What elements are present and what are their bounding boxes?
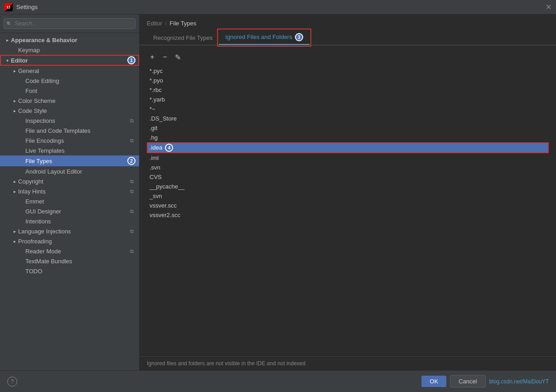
- sidebar-item-copyright[interactable]: Copyright⧉: [0, 176, 139, 186]
- sidebar-item-inlay-hints[interactable]: Inlay Hints⧉: [0, 186, 139, 196]
- file-item-10[interactable]: .iml: [147, 153, 549, 163]
- watermark: blog.csdn.net/MaiDouYT: [489, 378, 549, 385]
- search-bar: [0, 15, 139, 33]
- tree-arrow-editor: [4, 57, 11, 64]
- tree-arrow-language-injections: [11, 227, 18, 235]
- cancel-button[interactable]: Cancel: [450, 375, 485, 387]
- file-item-9[interactable]: .idea4: [147, 142, 549, 153]
- tree-label-file-code-templates: File and Code Templates: [25, 127, 135, 134]
- sidebar-item-emmet[interactable]: Emmet: [0, 196, 139, 206]
- status-text: Ignored files and folders are not visibl…: [147, 360, 305, 367]
- tree-label-code-editing: Code Editing: [25, 77, 135, 84]
- tree-label-inlay-hints: Inlay Hints: [18, 188, 130, 195]
- tree-arrow-appearance: [4, 36, 11, 44]
- sidebar-item-keymap[interactable]: Keymap: [0, 45, 139, 55]
- sidebar-item-inspections[interactable]: Inspections⧉: [0, 116, 139, 126]
- add-button[interactable]: +: [147, 52, 158, 63]
- help-button[interactable]: ?: [7, 377, 17, 387]
- tree-label-live-templates: Live Templates: [25, 147, 135, 154]
- tree-label-textmate-bundles: TextMate Bundles: [25, 258, 135, 265]
- ok-button[interactable]: OK: [421, 376, 446, 387]
- file-item-13[interactable]: __pycache__: [147, 182, 549, 191]
- tree-label-copyright: Copyright: [18, 178, 130, 185]
- sidebar-item-intentions[interactable]: Intentions: [0, 216, 139, 226]
- remove-button[interactable]: −: [160, 52, 170, 63]
- sidebar-item-reader-mode[interactable]: Reader Mode⧉: [0, 246, 139, 256]
- tree-label-file-types: File Types: [25, 158, 125, 165]
- sidebar-item-code-editing[interactable]: Code Editing: [0, 76, 139, 86]
- sidebar-item-android-layout[interactable]: Android Layout Editor: [0, 166, 139, 176]
- file-item-1[interactable]: *.pyc: [147, 66, 549, 76]
- tree-container: Appearance & BehaviorKeymapEditor1Genera…: [0, 33, 139, 370]
- copy-icon-inspections: ⧉: [130, 118, 135, 124]
- file-item-6[interactable]: .DS_Store: [147, 114, 549, 123]
- sidebar-item-font[interactable]: Font: [0, 86, 139, 96]
- tree-label-android-layout: Android Layout Editor: [25, 168, 135, 175]
- sidebar-item-gui-designer[interactable]: GUI Designer⧉: [0, 206, 139, 216]
- breadcrumb: Editor › File Types: [140, 15, 556, 30]
- sidebar: Appearance & BehaviorKeymapEditor1Genera…: [0, 15, 140, 370]
- file-item-3[interactable]: *.rbc: [147, 85, 549, 95]
- tree-label-intentions: Intentions: [25, 218, 135, 225]
- tree-arrow-proofreading: [11, 237, 18, 245]
- copy-icon-reader-mode: ⧉: [130, 248, 135, 254]
- badge-editor: 1: [127, 56, 135, 64]
- tree-label-color-scheme: Color Scheme: [18, 97, 135, 104]
- sidebar-item-proofreading[interactable]: Proofreading: [0, 236, 139, 246]
- tree-label-keymap: Keymap: [18, 47, 135, 53]
- tab-ignored[interactable]: Ignored Files and Folders3: [219, 30, 309, 45]
- tree-arrow-copyright: [11, 178, 18, 185]
- dialog-body: Appearance & BehaviorKeymapEditor1Genera…: [0, 15, 556, 370]
- tab-badge-ignored: 3: [295, 33, 303, 41]
- sidebar-item-file-encodings[interactable]: File Encodings⧉: [0, 136, 139, 145]
- file-item-4[interactable]: *.yarb: [147, 95, 549, 104]
- tree-label-todo: TODO: [25, 268, 135, 275]
- edit-button[interactable]: ✎: [172, 52, 183, 63]
- file-item-7[interactable]: .git: [147, 123, 549, 133]
- file-item-11[interactable]: .svn: [147, 163, 549, 172]
- sidebar-item-textmate-bundles[interactable]: TextMate Bundles: [0, 256, 139, 266]
- app-icon: IJ: [5, 3, 13, 11]
- sidebar-item-color-scheme[interactable]: Color Scheme: [0, 96, 139, 106]
- file-item-15[interactable]: vssver.scc: [147, 201, 549, 210]
- file-item-8[interactable]: .hg: [147, 133, 549, 142]
- copy-icon-language-injections: ⧉: [130, 228, 135, 234]
- sidebar-item-appearance[interactable]: Appearance & Behavior: [0, 35, 139, 45]
- search-input[interactable]: [4, 18, 135, 29]
- sidebar-item-todo[interactable]: TODO: [0, 266, 139, 276]
- tree-label-proofreading: Proofreading: [18, 238, 135, 245]
- sidebar-item-file-types[interactable]: File Types2: [0, 155, 139, 166]
- sidebar-item-general[interactable]: General: [0, 66, 139, 76]
- breadcrumb-current: File Types: [169, 20, 196, 27]
- sidebar-item-language-injections[interactable]: Language Injections⧉: [0, 226, 139, 236]
- bottom-bar: ? OK Cancel blog.csdn.net/MaiDouYT: [0, 370, 556, 392]
- tree-arrow-inlay-hints: [11, 188, 18, 195]
- copy-icon-file-encodings: ⧉: [130, 138, 135, 144]
- tab-recognized[interactable]: Recognized File Types: [147, 32, 219, 45]
- sidebar-item-file-code-templates[interactable]: File and Code Templates: [0, 126, 139, 136]
- status-bar: Ignored files and folders are not visibl…: [140, 356, 556, 370]
- tree-label-emmet: Emmet: [25, 198, 135, 205]
- content-area: + − ✎ *.pyc*.pyo*.rbc*.yarb*~.DS_Store.g…: [140, 45, 556, 370]
- copy-icon-copyright: ⧉: [130, 179, 135, 184]
- tree-label-appearance: Appearance & Behavior: [11, 37, 135, 44]
- file-item-2[interactable]: *.pyo: [147, 76, 549, 85]
- sidebar-item-live-templates[interactable]: Live Templates: [0, 145, 139, 155]
- sidebar-item-editor[interactable]: Editor1: [0, 55, 139, 66]
- file-list: *.pyc*.pyo*.rbc*.yarb*~.DS_Store.git.hg.…: [140, 66, 556, 356]
- file-badge-9: 4: [165, 144, 173, 152]
- sidebar-item-code-style[interactable]: Code Style: [0, 106, 139, 116]
- tree-label-gui-designer: GUI Designer: [25, 208, 130, 215]
- dialog-title: Settings: [16, 4, 38, 10]
- file-item-16[interactable]: vssver2.scc: [147, 210, 549, 220]
- main-content: Editor › File Types Recognized File Type…: [140, 15, 556, 370]
- tree-label-reader-mode: Reader Mode: [25, 248, 130, 255]
- file-item-5[interactable]: *~: [147, 104, 549, 114]
- close-button[interactable]: ✕: [545, 4, 551, 10]
- tree-arrow-general: [11, 67, 18, 74]
- tree-label-inspections: Inspections: [25, 117, 130, 124]
- tree-arrow-color-scheme: [11, 97, 18, 104]
- file-item-12[interactable]: CVS: [147, 172, 549, 182]
- file-item-14[interactable]: _svn: [147, 191, 549, 201]
- copy-icon-gui-designer: ⧉: [130, 208, 135, 214]
